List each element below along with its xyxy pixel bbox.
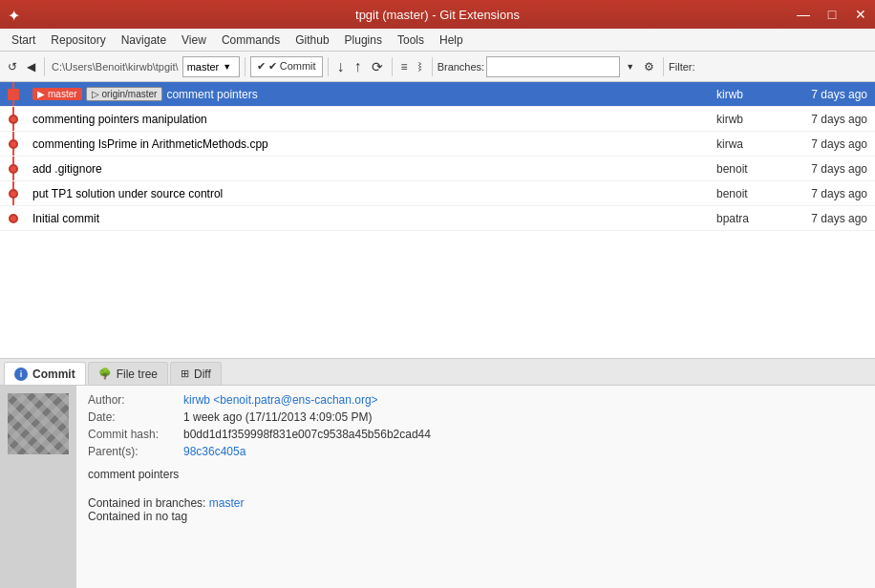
commit-description-3: add .gitignore — [27, 162, 713, 176]
menu-github[interactable]: Github — [288, 32, 336, 49]
title-text: tpgit (master) - Git Extensions — [355, 8, 520, 22]
commit-message-text: comment pointers — [88, 468, 864, 481]
view-toggle-button[interactable]: ≡ — [397, 54, 412, 79]
parents-label: Parent(s): — [88, 445, 183, 458]
menu-help[interactable]: Help — [432, 32, 471, 49]
origin-arrow-icon: ▷ — [92, 89, 99, 99]
filetree-icon: 🌳 — [98, 368, 112, 380]
hash-label: Commit hash: — [88, 428, 183, 441]
separator-3 — [328, 57, 329, 76]
commit-description-4: put TP1 solution under source control — [27, 187, 713, 200]
commit-info: Author: kirwb <benoit.patra@ens-cachan.o… — [76, 386, 875, 588]
menu-commands[interactable]: Commands — [214, 32, 288, 49]
graph-column-0 — [0, 82, 27, 106]
refresh-icon: ↺ — [8, 60, 17, 74]
commit-date-1: 7 days ago — [789, 113, 875, 126]
tab-filetree-label: File tree — [117, 368, 158, 381]
date-value: 1 week ago (17/11/2013 4:09:05 PM) — [183, 410, 372, 424]
tab-commit[interactable]: i Commit — [4, 362, 86, 385]
table-row[interactable]: put TP1 solution under source control be… — [0, 181, 875, 206]
branch-selector[interactable]: master ▼ — [182, 56, 240, 77]
parents-row: Parent(s): 98c36c405a — [88, 445, 864, 458]
separator-6 — [663, 57, 664, 76]
back-button[interactable]: ◀ — [23, 54, 39, 79]
graph-node-0 — [8, 89, 19, 100]
commit-message-0: comment pointers — [166, 88, 257, 101]
table-row[interactable]: commenting pointers manipulation kirwb 7… — [0, 107, 875, 132]
menu-repository[interactable]: Repository — [43, 32, 113, 49]
tab-file-tree[interactable]: 🌳 File tree — [88, 362, 168, 385]
diff-icon: ⊞ — [181, 368, 189, 380]
bottom-content: Author: kirwb <benoit.patra@ens-cachan.o… — [0, 386, 875, 588]
graph-column-3 — [0, 157, 27, 180]
menu-navigate[interactable]: Navigate — [114, 32, 174, 49]
hash-value: b0dd1d1f359998f831e007c9538a45b56b2cad44 — [183, 428, 431, 441]
commit-message-area: comment pointers — [88, 468, 864, 489]
close-button[interactable]: ✕ — [846, 0, 875, 29]
tab-diff[interactable]: ⊞ Diff — [170, 362, 222, 385]
minimize-button[interactable]: — — [789, 0, 818, 29]
author-value: kirwb <benoit.patra@ens-cachan.org> — [183, 393, 378, 407]
commit-message-4: put TP1 solution under source control — [32, 187, 223, 200]
branch-value: master — [187, 61, 220, 73]
tab-diff-label: Diff — [194, 368, 211, 381]
maximize-button[interactable]: □ — [818, 0, 846, 29]
commit-author-1: kirwb — [713, 113, 789, 126]
toolbar: ↺ ◀ C:\Users\Benoit\kirwb\tpgit\ master … — [0, 52, 875, 82]
parents-value: 98c36c405a — [183, 445, 245, 458]
branches-label: Branches: — [438, 61, 485, 73]
app-logo: ✦ — [8, 7, 20, 25]
branches-settings-button[interactable]: ⚙ — [640, 54, 658, 79]
stats-button[interactable]: ⧘ — [414, 54, 427, 79]
info-icon: i — [14, 368, 28, 381]
contained-branch-link[interactable]: master — [209, 496, 245, 510]
menu-start[interactable]: Start — [4, 32, 43, 49]
commit-date-2: 7 days ago — [789, 137, 875, 151]
graph-column-5 — [0, 206, 27, 230]
contained-tags-text: Contained in no tag — [88, 510, 864, 523]
content-area: ▶ master ▷ origin/master comment pointer… — [0, 82, 875, 588]
commit-author-3: benoit — [713, 162, 789, 176]
commit-message-5: Initial commit — [32, 212, 99, 225]
title-bar: ✦ tpgit (master) - Git Extensions — □ ✕ — [0, 0, 875, 29]
branch-tag-master: ▶ master — [32, 88, 82, 100]
branch-tag-origin: ▷ origin/master — [86, 87, 163, 101]
pull-button[interactable]: ↓ — [333, 54, 349, 79]
menu-view[interactable]: View — [174, 32, 214, 49]
branches-dropdown-button[interactable]: ▼ — [622, 54, 638, 79]
fetch-button[interactable]: ⟳ — [368, 54, 387, 79]
commit-description-1: commenting pointers manipulation — [27, 113, 713, 126]
table-row[interactable]: Initial commit bpatra 7 days ago — [0, 206, 875, 231]
contained-branches-info: Contained in branches: master Contained … — [88, 496, 864, 523]
tab-commit-label: Commit — [32, 368, 75, 381]
table-row[interactable]: ▶ master ▷ origin/master comment pointer… — [0, 82, 875, 107]
commit-button[interactable]: ✔ ✔ Commit — [250, 56, 323, 77]
window-controls: — □ ✕ — [789, 0, 875, 29]
graph-column-1 — [0, 107, 27, 131]
commit-description-5: Initial commit — [27, 212, 713, 225]
date-label: Date: — [88, 410, 183, 424]
fetch-icon: ⟳ — [372, 59, 383, 74]
parents-link[interactable]: 98c36c405a — [183, 445, 245, 458]
commit-list: ▶ master ▷ origin/master comment pointer… — [0, 82, 875, 359]
branches-input[interactable] — [486, 56, 620, 77]
commit-author-4: benoit — [713, 187, 789, 200]
refresh-button[interactable]: ↺ — [4, 54, 21, 79]
table-row[interactable]: commenting IsPrime in ArithmeticMethods.… — [0, 132, 875, 157]
author-link[interactable]: kirwb <benoit.patra@ens-cachan.org> — [183, 393, 378, 407]
commit-date-4: 7 days ago — [789, 187, 875, 200]
bottom-panel: i Commit 🌳 File tree ⊞ Diff — [0, 359, 875, 588]
author-label: Author: — [88, 393, 183, 407]
branch-arrow-icon: ▶ — [37, 89, 45, 99]
view-icon: ≡ — [401, 60, 408, 74]
contained-branches-text: Contained in branches: master — [88, 496, 864, 510]
menu-tools[interactable]: Tools — [390, 32, 432, 49]
push-button[interactable]: ↑ — [351, 54, 366, 79]
bottom-tabs: i Commit 🌳 File tree ⊞ Diff — [0, 359, 875, 386]
graph-column-2 — [0, 132, 27, 156]
menu-bar: Start Repository Navigate View Commands … — [0, 29, 875, 52]
commit-description-0: ▶ master ▷ origin/master comment pointer… — [27, 87, 713, 101]
commit-message-1: commenting pointers manipulation — [32, 113, 207, 126]
table-row[interactable]: add .gitignore benoit 7 days ago — [0, 157, 875, 181]
menu-plugins[interactable]: Plugins — [337, 32, 390, 49]
